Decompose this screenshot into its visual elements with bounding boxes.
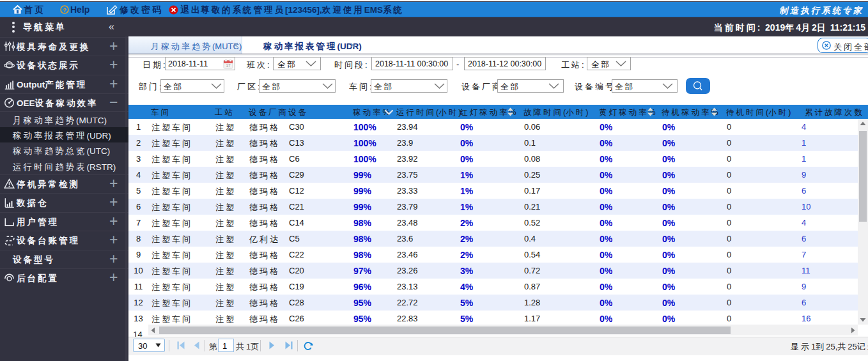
svg-text:?: ? — [63, 7, 66, 13]
svg-text:17: 17 — [226, 63, 231, 68]
